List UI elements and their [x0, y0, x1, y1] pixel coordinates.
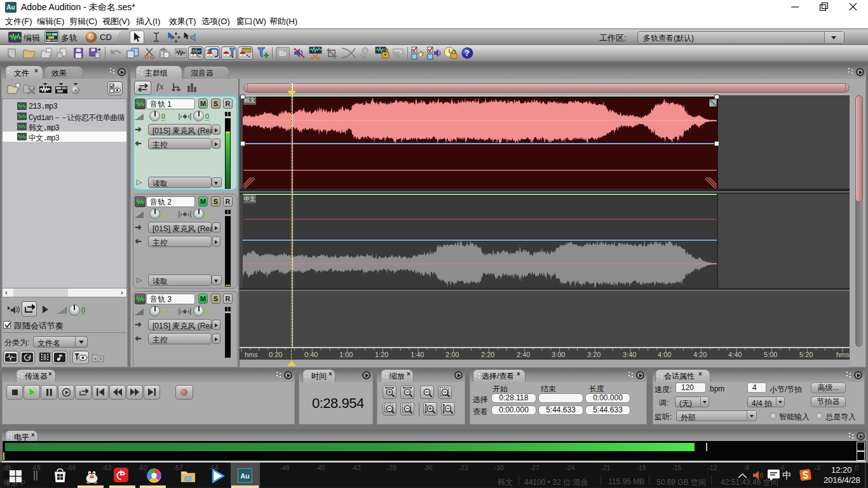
svg-text:<:>: <:>: [94, 356, 102, 362]
svg-text:?: ?: [465, 48, 470, 58]
